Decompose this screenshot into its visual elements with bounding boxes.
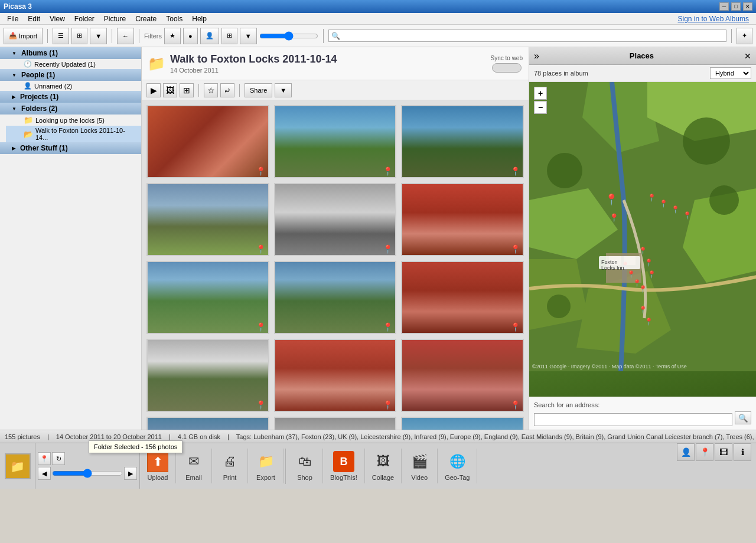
dropdown-icon: ▼ xyxy=(95,32,102,40)
play-button[interactable]: ▶ xyxy=(146,83,161,97)
sidebar-folders-header[interactable]: ▼ Folders (2) xyxy=(0,103,141,115)
sync-to-web-button[interactable]: Sync to web xyxy=(491,55,523,73)
places-view-button[interactable]: 📍 xyxy=(696,443,713,461)
sidebar-item-unnamed[interactable]: 👤 Unnamed (2) xyxy=(6,81,141,91)
menu-edit[interactable]: Edit xyxy=(23,14,45,24)
star-button[interactable]: ☆ xyxy=(204,83,218,97)
info-button[interactable]: ℹ xyxy=(734,443,751,461)
upload-tool[interactable]: ⬆ Upload xyxy=(140,449,176,483)
geo-nav-button[interactable]: 📍 xyxy=(38,452,51,465)
rotate-button[interactable]: ⤾ xyxy=(220,83,234,97)
places-nav-icon[interactable]: » xyxy=(534,51,539,61)
photo-thumb-4[interactable]: 📍 xyxy=(146,183,269,256)
photo-thumb-13[interactable]: 📍 xyxy=(146,417,269,430)
filter-geo-button[interactable]: ⊞ xyxy=(221,28,237,44)
photo-thumb-9[interactable]: 📍 xyxy=(401,261,524,334)
filter-upload-button[interactable]: ● xyxy=(183,28,198,44)
search-input[interactable] xyxy=(340,31,724,40)
address-search-input[interactable] xyxy=(534,413,732,426)
walk-foxton-label: Walk to Foxton Locks 2011-10-14... xyxy=(35,127,138,141)
photo-thumb-6[interactable]: 📍 xyxy=(401,183,524,256)
list-view-button[interactable]: ☰ xyxy=(53,28,69,44)
photo-view-button[interactable]: 🖼 xyxy=(163,83,177,97)
grid-view-button2[interactable]: ⊞ xyxy=(180,83,194,97)
map-type-select[interactable]: Hybrid Map Satellite xyxy=(710,67,751,79)
export-tool[interactable]: 📁 Export xyxy=(248,449,284,483)
photo-thumb-3[interactable]: 📍 xyxy=(401,105,524,178)
play-icon: ▶ xyxy=(151,86,157,95)
filter-star-button[interactable]: ★ xyxy=(164,28,181,44)
sidebar-albums-header[interactable]: ▼ Albums (1) xyxy=(0,47,141,59)
refresh-button[interactable]: ✦ xyxy=(737,28,752,44)
photo-grid-container[interactable]: 📍 📍 📍 📍 📍 xyxy=(142,100,529,430)
filter-slider[interactable] xyxy=(259,31,318,41)
address-search-button[interactable]: 🔍 xyxy=(735,411,751,424)
minimize-button[interactable]: ─ xyxy=(719,2,729,11)
places-close-button[interactable]: ✕ xyxy=(744,51,751,61)
sidebar-other-stuff-header[interactable]: ▶ Other Stuff (1) xyxy=(0,142,141,154)
filter-more-button[interactable]: ▼ xyxy=(240,28,257,44)
next-button[interactable]: ▶ xyxy=(124,467,137,480)
view-dropdown-button[interactable]: ▼ xyxy=(90,28,107,44)
slideshow-button[interactable]: 🎞 xyxy=(715,443,732,461)
email-tool[interactable]: ✉ Email xyxy=(176,449,212,483)
menu-file[interactable]: File xyxy=(2,14,23,24)
tags-info: Tags: Lubenham (37), Foxton (23), UK (9)… xyxy=(236,433,756,440)
photo-thumb-7[interactable]: 📍 xyxy=(146,261,269,334)
upload-label: Upload xyxy=(148,474,168,481)
shop-label: Shop xyxy=(297,474,312,481)
sidebar-item-walk-foxton[interactable]: 📂 Walk to Foxton Locks 2011-10-14... xyxy=(6,126,141,142)
zoom-slider[interactable] xyxy=(52,469,123,478)
photo-thumb-5[interactable]: 📍 xyxy=(274,183,397,256)
photo-thumb-14[interactable]: 📍 xyxy=(274,417,397,430)
shop-tool[interactable]: 🛍 Shop xyxy=(287,449,323,483)
photo-thumb-11[interactable]: 📍 xyxy=(274,339,397,412)
people-arrow-icon: ▼ xyxy=(12,73,17,78)
people-view-button[interactable]: 👤 xyxy=(677,443,695,461)
disk-size: 4.1 GB on disk xyxy=(178,433,220,440)
filter-person-button[interactable]: 👤 xyxy=(200,28,219,44)
photo-thumb-8[interactable]: 📍 xyxy=(274,261,397,334)
photo-thumb-1[interactable]: 📍 xyxy=(146,105,269,178)
video-tool[interactable]: 🎬 Video xyxy=(402,449,438,483)
folder-thumb[interactable]: 📁 xyxy=(5,453,31,479)
menu-create[interactable]: Create xyxy=(131,14,161,24)
sidebar-item-looking-up-locks[interactable]: 📁 Looking up the locks (5) xyxy=(6,115,141,126)
geotag-tool[interactable]: 🌐 Geo-Tag xyxy=(438,449,477,483)
menu-help[interactable]: Help xyxy=(187,14,211,24)
photo-thumb-10[interactable]: 📍 xyxy=(146,339,269,412)
svg-point-10 xyxy=(547,153,582,188)
grid-view-button[interactable]: ⊞ xyxy=(71,28,87,44)
sync-toggle[interactable] xyxy=(492,63,522,73)
rotate-icon: ⤾ xyxy=(224,86,231,95)
blogthis-icon: B xyxy=(333,451,354,472)
blogthis-tool[interactable]: B BlogThis! xyxy=(323,449,365,483)
import-button[interactable]: 📥 Import xyxy=(4,28,43,44)
prev-button[interactable]: ◀ xyxy=(38,467,51,480)
sidebar-projects-header[interactable]: ▶ Projects (1) xyxy=(0,91,141,103)
sidebar-item-recently-updated[interactable]: 🕐 Recently Updated (1) xyxy=(6,59,141,69)
photo-thumb-15[interactable]: 📍 xyxy=(401,417,524,430)
bottom-tools: ⬆ Upload ✉ Email 🖨 Print 📁 Export 🛍 Shop… xyxy=(140,443,477,489)
menu-tools[interactable]: Tools xyxy=(161,14,187,24)
svg-text:📍: 📍 xyxy=(609,213,620,223)
maximize-button[interactable]: □ xyxy=(731,2,741,11)
menu-view[interactable]: View xyxy=(45,14,70,24)
nav-back-button[interactable]: ← xyxy=(117,28,134,44)
collage-tool[interactable]: 🖼 Collage xyxy=(365,449,402,483)
svg-text:Locks Inn: Locks Inn xyxy=(601,265,624,271)
zoom-out-button[interactable]: − xyxy=(534,101,547,114)
print-tool[interactable]: 🖨 Print xyxy=(212,449,248,483)
menu-folder[interactable]: Folder xyxy=(70,14,99,24)
menu-picture[interactable]: Picture xyxy=(99,14,131,24)
sidebar-people-header[interactable]: ▼ People (1) xyxy=(0,69,141,81)
map-area[interactable]: 📍 📍 📍 📍 📍 📍 📍 📍 📍 📍 📍 📍 📍 📍 📍 xyxy=(529,82,756,397)
photo-thumb-2[interactable]: 📍 xyxy=(274,105,397,178)
close-button[interactable]: ✕ xyxy=(743,2,752,11)
zoom-in-button[interactable]: + xyxy=(534,87,547,100)
share-dropdown-button[interactable]: ▼ xyxy=(275,83,292,97)
share-button[interactable]: Share xyxy=(245,83,272,97)
sign-in-link[interactable]: Sign in to Web Albums xyxy=(673,14,754,24)
rotate-cw-button[interactable]: ↻ xyxy=(52,452,65,465)
photo-thumb-12[interactable]: 📍 xyxy=(401,339,524,412)
